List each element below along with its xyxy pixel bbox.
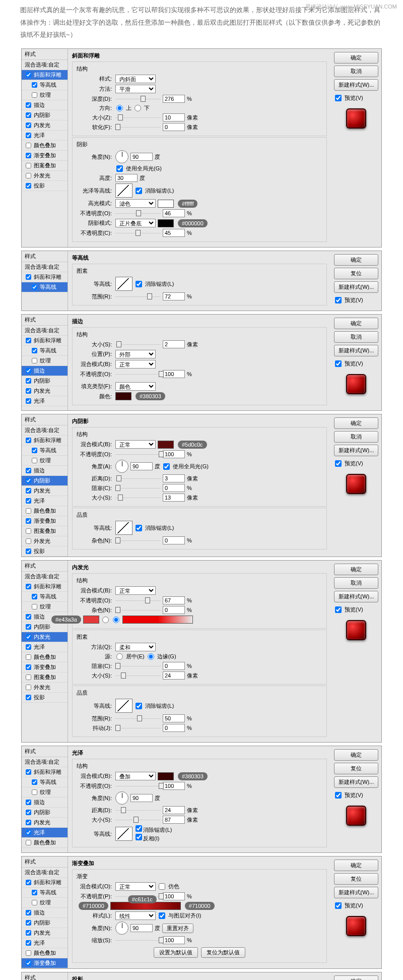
preview-chk[interactable]: [335, 95, 342, 101]
color-swatch[interactable]: [158, 772, 174, 780]
size-input[interactable]: [163, 671, 185, 680]
tech-select[interactable]: 柔和: [115, 643, 156, 651]
hilite-select[interactable]: 滤色: [115, 199, 156, 208]
contour-picker[interactable]: [115, 277, 132, 291]
noise-input[interactable]: [163, 606, 185, 614]
scale-input[interactable]: [163, 936, 185, 944]
grad-radio[interactable]: [113, 617, 119, 623]
dir-up-radio[interactable]: [116, 105, 123, 111]
newstyle-button[interactable]: 新建样式(W)...: [334, 591, 378, 602]
blend-select[interactable]: 正常: [115, 360, 156, 369]
color-swatch[interactable]: [158, 441, 174, 449]
grad-picker[interactable]: [122, 616, 193, 624]
center-radio[interactable]: [116, 653, 123, 660]
range-slider[interactable]: [115, 293, 161, 299]
cancel-button[interactable]: 取消: [334, 66, 378, 77]
newstyle-button[interactable]: 新建样式(W)...: [334, 776, 378, 788]
ok-button[interactable]: 确定: [334, 318, 378, 329]
chk-innerglow[interactable]: [26, 122, 31, 128]
global-chk[interactable]: [163, 463, 170, 470]
setdefault-button[interactable]: 设置为默认值: [154, 947, 198, 958]
reset-button[interactable]: 复位: [334, 268, 378, 279]
item-innerglow[interactable]: 内发光: [22, 120, 68, 131]
choke-input[interactable]: [163, 662, 185, 670]
solid-radio[interactable]: [102, 617, 109, 623]
opacity-input[interactable]: [163, 596, 185, 604]
method-select[interactable]: 平滑: [115, 85, 156, 93]
solid-swatch[interactable]: [83, 616, 99, 624]
item-outerglow[interactable]: 外发光: [22, 171, 68, 181]
item-dropshadow[interactable]: 投影: [22, 181, 68, 191]
newstyle-button[interactable]: 新建样式(W)...: [334, 887, 378, 898]
size-input[interactable]: [163, 816, 185, 824]
chk-texture[interactable]: [32, 92, 37, 98]
newstyle-button[interactable]: 新建样式(W)...: [334, 281, 378, 293]
resetdefault-button[interactable]: 复位为默认值: [201, 947, 245, 958]
item-stroke[interactable]: 描边: [22, 366, 68, 376]
size-input[interactable]: [163, 113, 185, 121]
chk-coloroverlay[interactable]: [26, 143, 31, 148]
sopacity-input[interactable]: [163, 229, 185, 237]
color-swatch[interactable]: [115, 392, 131, 400]
noise-input[interactable]: [163, 536, 185, 544]
style-select[interactable]: 内斜面: [115, 75, 156, 83]
angle-input[interactable]: [130, 924, 153, 932]
aa-chk[interactable]: [136, 281, 142, 287]
contour-picker[interactable]: [115, 699, 132, 713]
chk-satin[interactable]: [26, 133, 31, 138]
contour-picker[interactable]: [115, 827, 132, 841]
reset-align-button[interactable]: 重置对齐: [162, 924, 193, 933]
size-slider[interactable]: [115, 341, 161, 347]
opacity-input[interactable]: [163, 450, 185, 458]
item-satin[interactable]: 光泽: [22, 828, 68, 838]
newstyle-button[interactable]: 新建样式(W)...: [334, 345, 378, 356]
global-light-chk[interactable]: [116, 165, 123, 172]
choke-input[interactable]: [163, 484, 185, 492]
item-gradoverlay[interactable]: 渐变叠加: [22, 151, 68, 161]
pos-select[interactable]: 外部: [115, 350, 156, 358]
item-satin[interactable]: 光泽: [22, 131, 68, 141]
opacity-input[interactable]: [163, 892, 185, 900]
range-input[interactable]: [163, 714, 185, 722]
range-input[interactable]: [163, 292, 185, 300]
align-chk[interactable]: [159, 912, 165, 919]
dist-input[interactable]: [163, 806, 185, 814]
hilite-swatch[interactable]: [158, 200, 174, 208]
item-contour[interactable]: 等高线: [22, 80, 68, 90]
ok-button[interactable]: 确定: [334, 52, 378, 64]
angle-dial[interactable]: [115, 460, 128, 473]
dir-down-radio[interactable]: [135, 105, 141, 111]
blend-select[interactable]: 正常: [115, 882, 156, 891]
shadow-swatch[interactable]: [158, 219, 174, 227]
hopacity-input[interactable]: [163, 209, 185, 217]
dist-input[interactable]: [163, 474, 185, 482]
blend-options[interactable]: 混合选项:自定: [22, 60, 68, 70]
jitter-input[interactable]: [163, 724, 185, 732]
style-select[interactable]: 线性: [115, 911, 156, 920]
chk-patoverlay[interactable]: [26, 163, 31, 168]
item-stroke[interactable]: 描边: [22, 100, 68, 110]
blend-select[interactable]: 正常: [115, 440, 156, 449]
chk-outerglow[interactable]: [26, 173, 31, 178]
chk-gradoverlay[interactable]: [26, 153, 31, 158]
angle-input[interactable]: [130, 462, 153, 470]
ok-button[interactable]: 确定: [334, 975, 378, 980]
hopacity-slider[interactable]: [115, 210, 161, 216]
reset-button[interactable]: 复位: [334, 873, 378, 885]
reset-button[interactable]: 复位: [334, 763, 378, 774]
sopacity-slider[interactable]: [115, 230, 161, 236]
soften-slider[interactable]: [115, 124, 161, 130]
cancel-button[interactable]: 取消: [334, 431, 378, 443]
size-input[interactable]: [163, 340, 185, 348]
size-input[interactable]: [163, 494, 185, 502]
opacity-input[interactable]: [163, 782, 185, 790]
item-gradoverlay[interactable]: 渐变叠加: [22, 958, 68, 968]
edge-radio[interactable]: [148, 653, 154, 660]
cancel-button[interactable]: 取消: [334, 331, 378, 343]
item-innerglow[interactable]: 内发光: [22, 632, 68, 642]
depth-slider[interactable]: [115, 96, 161, 102]
depth-input[interactable]: [163, 95, 185, 103]
angle-dial[interactable]: [115, 922, 128, 935]
chk-dropshadow[interactable]: [26, 183, 31, 189]
angle-dial[interactable]: [115, 791, 128, 805]
